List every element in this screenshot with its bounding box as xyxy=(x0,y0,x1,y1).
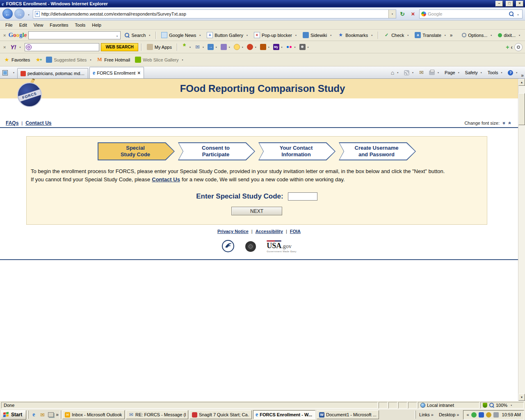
sidewiki-button[interactable]: Sidewiki xyxy=(301,31,334,40)
close-toolbar-icon[interactable] xyxy=(2,33,7,38)
contact-us-link[interactable]: Contact Us xyxy=(25,120,51,126)
yahoo-shopping-button[interactable] xyxy=(259,44,271,50)
google-search-field[interactable] xyxy=(30,32,113,39)
usa-gov-logo[interactable]: USA.gov Government Made Easy xyxy=(267,240,297,253)
hide-tray-icons-chevron[interactable] xyxy=(466,412,469,417)
start-button[interactable]: Start xyxy=(1,410,26,420)
vertical-scrollbar[interactable] xyxy=(518,79,525,401)
menu-tools[interactable]: Tools xyxy=(72,22,89,28)
favorites-button[interactable]: Favorites xyxy=(2,55,32,64)
quick-launch-ie-icon[interactable] xyxy=(30,411,37,418)
scroll-down-icon[interactable] xyxy=(518,394,525,401)
quick-launch-overflow-icon[interactable] xyxy=(56,412,59,418)
my-apps-button[interactable]: My Apps xyxy=(145,43,174,52)
yahoo-apps-button[interactable] xyxy=(220,44,231,50)
yahoo-messenger-button[interactable] xyxy=(233,44,244,50)
titlebar[interactable]: e FORCS Enrollment - Windows Internet Ex… xyxy=(0,0,525,7)
contact-us-inline-link[interactable]: Contact Us xyxy=(152,176,180,183)
web-slice-gallery-button[interactable]: Web Slice Gallery xyxy=(133,55,185,64)
search-box[interactable]: Google xyxy=(419,9,523,18)
options-button[interactable]: Options... xyxy=(460,31,494,40)
yahoo-home-button[interactable] xyxy=(180,44,192,50)
zoom-control[interactable]: 100% xyxy=(480,402,524,409)
help-menu[interactable] xyxy=(506,68,520,78)
address-input[interactable]: http://dietvalwsmsdemo.westat.com/extern… xyxy=(33,9,396,18)
task-forcs-enrollment[interactable]: FORCS Enrollment - W... xyxy=(253,410,315,419)
clock[interactable]: 10:59 AM xyxy=(501,412,521,417)
special-study-code-input[interactable] xyxy=(288,192,317,201)
command-overflow-icon[interactable] xyxy=(521,73,524,78)
google-search-input[interactable] xyxy=(28,31,121,39)
faqs-link[interactable]: FAQs xyxy=(6,120,18,126)
yahoo-sports-button[interactable] xyxy=(246,44,258,50)
minimize-button[interactable] xyxy=(495,1,503,7)
close-tab-icon[interactable] xyxy=(137,70,141,76)
links-toolbar[interactable]: Links xyxy=(417,412,436,417)
popup-blocker-button[interactable]: Pop-up blocker xyxy=(252,31,299,40)
close-toolbar-icon[interactable] xyxy=(2,45,7,50)
tray-status-icon-3[interactable] xyxy=(486,412,491,418)
google-search-dropdown-icon[interactable] xyxy=(114,33,119,38)
flickr-button[interactable] xyxy=(285,45,297,50)
increase-font-icon[interactable] xyxy=(507,120,512,126)
read-mail-button[interactable] xyxy=(417,68,426,78)
safety-menu[interactable]: Safety xyxy=(463,68,484,78)
home-button[interactable] xyxy=(389,68,401,78)
menu-file[interactable]: File xyxy=(2,22,16,28)
page-menu[interactable]: Page xyxy=(443,68,462,78)
settings-gear-icon[interactable] xyxy=(514,43,523,51)
task-forcs-message[interactable]: RE: FORCS - Message (H... xyxy=(126,410,188,419)
next-button[interactable]: NEXT xyxy=(231,207,282,215)
yahoo-menu-button[interactable]: Y! xyxy=(8,43,23,52)
collapse-toolbar-icon[interactable] xyxy=(511,44,513,50)
menu-help[interactable]: Help xyxy=(89,22,104,28)
bookmarks-button[interactable]: Bookmarks xyxy=(336,31,375,40)
spell-check-button[interactable]: Check xyxy=(381,31,411,40)
yahoo-share-button[interactable] xyxy=(207,44,218,50)
quick-launch-outlook-icon[interactable] xyxy=(39,411,46,418)
my-yahoo-button[interactable] xyxy=(272,44,284,50)
print-button[interactable] xyxy=(427,68,441,78)
search-magnifier-icon[interactable] xyxy=(509,11,514,16)
scrollbar-thumb[interactable] xyxy=(518,93,525,125)
task-snagit[interactable]: SnagIt 7 Quick Start; Ca... xyxy=(189,410,252,419)
tray-status-icon-1[interactable] xyxy=(471,412,477,418)
task-word-document[interactable]: Document1 - Microsoft ... xyxy=(317,410,379,419)
tray-status-icon-4[interactable] xyxy=(493,412,499,418)
tab-forcs-enrollment[interactable]: FORCS Enrollment xyxy=(89,67,144,78)
camera-button[interactable] xyxy=(299,44,310,50)
stop-button[interactable] xyxy=(409,9,418,18)
tab-pediatricians[interactable]: pediatricians, potomac md - ... xyxy=(17,68,88,78)
foia-link[interactable]: FOIA xyxy=(290,229,301,234)
quick-launch-show-desktop-icon[interactable] xyxy=(47,411,55,418)
scrollbar-track[interactable] xyxy=(518,86,525,394)
tools-menu[interactable]: Tools xyxy=(486,68,505,78)
address-dropdown-icon[interactable] xyxy=(388,10,396,18)
decrease-font-icon[interactable] xyxy=(502,120,507,126)
yahoo-mail-button[interactable] xyxy=(194,44,205,50)
free-hotmail-button[interactable]: Free Hotmail xyxy=(94,55,132,64)
menu-favorites[interactable]: Favorites xyxy=(47,22,71,28)
accessibility-link[interactable]: Accessibility xyxy=(256,229,283,234)
scroll-up-icon[interactable] xyxy=(518,79,525,86)
yahoo-search-field[interactable] xyxy=(33,44,98,50)
refresh-button[interactable] xyxy=(398,9,407,18)
yahoo-search-input[interactable] xyxy=(25,43,99,51)
toolbar-overflow-icon[interactable] xyxy=(450,32,453,38)
tab-list-button[interactable] xyxy=(10,68,16,77)
history-dropdown-icon[interactable] xyxy=(26,11,31,16)
google-news-button[interactable]: Google News xyxy=(159,31,203,40)
task-outlook-inbox[interactable]: Inbox - Microsoft Outlook xyxy=(62,410,125,419)
search-dropdown-icon[interactable] xyxy=(516,11,520,16)
tray-status-icon-2[interactable] xyxy=(479,412,484,418)
forward-button[interactable] xyxy=(14,9,25,19)
translate-button[interactable]: Translate xyxy=(413,31,448,40)
menu-edit[interactable]: Edit xyxy=(16,22,30,28)
google-search-button[interactable]: Search xyxy=(122,31,153,40)
button-gallery-button[interactable]: Button Gallery xyxy=(205,31,250,40)
user-menu-button[interactable]: dixit... xyxy=(496,31,523,40)
quick-tabs-button[interactable] xyxy=(1,68,9,77)
privacy-notice-link[interactable]: Privacy Notice xyxy=(217,229,249,234)
close-button[interactable] xyxy=(516,1,523,7)
desktop-toolbar[interactable]: Desktop xyxy=(437,412,461,417)
